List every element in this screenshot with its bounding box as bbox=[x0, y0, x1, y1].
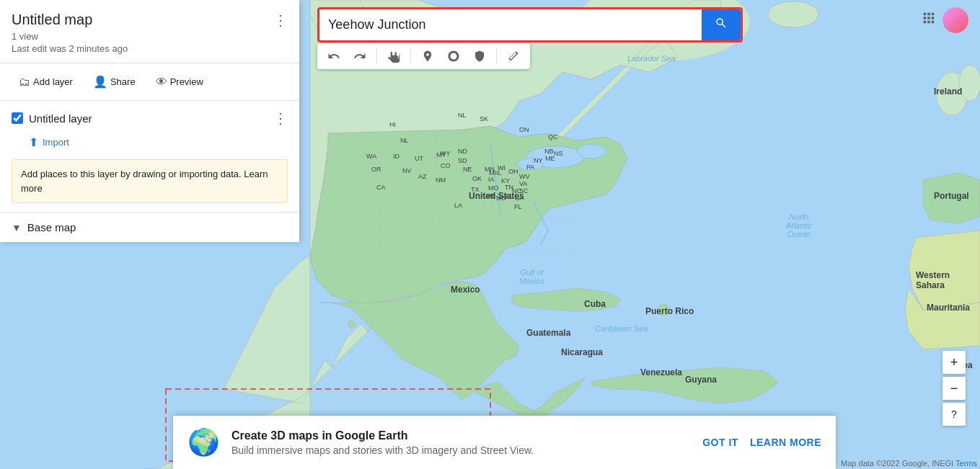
search-container bbox=[317, 7, 743, 43]
import-link[interactable]: Import bbox=[43, 137, 69, 148]
user-avatar[interactable] bbox=[943, 7, 968, 33]
redo-button[interactable] bbox=[348, 46, 372, 66]
undo-button[interactable] bbox=[322, 46, 346, 66]
panel-menu-icon[interactable]: ⋮ bbox=[273, 12, 288, 29]
map-last-edit: Last edit was 2 minutes ago bbox=[12, 43, 288, 54]
layer-header: Untitled layer ⋮ bbox=[12, 110, 288, 127]
bottom-notification: 🌍 Create 3D maps in Google Earth Build i… bbox=[173, 416, 836, 469]
svg-point-14 bbox=[577, 144, 606, 158]
map-title: Untitled map bbox=[12, 12, 288, 28]
preview-label: Preview bbox=[170, 76, 203, 87]
base-map-arrow: ▼ bbox=[12, 222, 22, 233]
panel-header: Untitled map 1 view Last edit was 2 minu… bbox=[0, 0, 299, 63]
attribution-text: Map data ©2022 Google, INEGI bbox=[841, 459, 953, 468]
layer-hint-text: Add places to this layer by drawing or i… bbox=[21, 169, 242, 179]
line-icon bbox=[447, 50, 460, 63]
svg-point-3 bbox=[768, 1, 818, 27]
route-icon bbox=[473, 50, 486, 63]
search-icon bbox=[715, 17, 728, 30]
zoom-out-button[interactable]: − bbox=[943, 377, 966, 400]
redo-icon bbox=[353, 50, 366, 63]
search-button[interactable] bbox=[702, 9, 741, 40]
marker-icon bbox=[421, 50, 434, 63]
layer-hint: Add places to this layer by drawing or i… bbox=[12, 159, 288, 203]
terms-link[interactable]: Terms bbox=[955, 459, 977, 468]
layer-title-row: Untitled layer bbox=[12, 112, 92, 125]
learn-more-notification-button[interactable]: LEARN MORE bbox=[750, 437, 821, 448]
notification-actions: GOT IT LEARN MORE bbox=[702, 437, 821, 448]
toolbar bbox=[317, 43, 530, 69]
toolbar-divider-2 bbox=[410, 49, 411, 63]
got-it-button[interactable]: GOT IT bbox=[702, 437, 738, 448]
notification-subtitle: Build immersive maps and stories with 3D… bbox=[231, 445, 691, 456]
import-icon: ⬆ bbox=[29, 135, 38, 149]
layer-checkbox[interactable] bbox=[12, 112, 23, 124]
hand-icon bbox=[387, 50, 400, 63]
search-input[interactable] bbox=[319, 12, 702, 38]
add-layer-button[interactable]: 🗂 Add layer bbox=[12, 71, 80, 93]
layer-menu-icon[interactable]: ⋮ bbox=[273, 110, 288, 127]
layer-name: Untitled layer bbox=[29, 112, 92, 125]
base-map-label: Base map bbox=[27, 221, 76, 233]
help-button[interactable]: ? bbox=[943, 403, 966, 426]
map-views: 1 view bbox=[12, 31, 288, 42]
share-icon: 👤 bbox=[93, 75, 107, 89]
svg-point-2 bbox=[658, 304, 669, 316]
ruler-icon bbox=[507, 50, 520, 63]
toolbar-divider-3 bbox=[496, 49, 497, 63]
pan-button[interactable] bbox=[381, 46, 406, 66]
map-attribution: Map data ©2022 Google, INEGI Terms bbox=[841, 459, 977, 468]
left-panel: Untitled map 1 view Last edit was 2 minu… bbox=[0, 0, 299, 242]
toolbar-divider-1 bbox=[376, 49, 377, 63]
add-layer-label: Add layer bbox=[33, 76, 73, 87]
import-row: ⬆ Import bbox=[29, 133, 288, 152]
zoom-in-button[interactable]: + bbox=[943, 351, 966, 374]
base-map-section[interactable]: ▼ Base map bbox=[0, 213, 299, 242]
share-label: Share bbox=[110, 76, 136, 87]
preview-button[interactable]: 👁 Preview bbox=[149, 71, 211, 93]
svg-point-6 bbox=[348, 321, 356, 328]
apps-icon[interactable] bbox=[921, 10, 937, 30]
share-button[interactable]: 👤 Share bbox=[86, 71, 143, 93]
add-layer-icon: 🗂 bbox=[19, 76, 30, 89]
draw-route-button[interactable] bbox=[467, 46, 492, 66]
undo-icon bbox=[327, 50, 340, 63]
svg-point-5 bbox=[959, 65, 980, 101]
notification-text-block: Create 3D maps in Google Earth Build imm… bbox=[231, 429, 691, 456]
ruler-button[interactable] bbox=[501, 46, 526, 66]
user-avatar-image bbox=[943, 7, 968, 33]
draw-line-button[interactable] bbox=[441, 46, 466, 66]
preview-icon: 👁 bbox=[156, 76, 167, 89]
layer-section: Untitled layer ⋮ ⬆ Import Add places to … bbox=[0, 101, 299, 213]
map-controls: + − ? bbox=[943, 351, 966, 426]
marker-button[interactable] bbox=[415, 46, 440, 66]
panel-actions: 🗂 Add layer 👤 Share 👁 Preview bbox=[0, 63, 299, 101]
svg-point-15 bbox=[517, 158, 543, 170]
notification-title: Create 3D maps in Google Earth bbox=[231, 429, 691, 442]
notification-globe-icon: 🌍 bbox=[187, 427, 220, 457]
